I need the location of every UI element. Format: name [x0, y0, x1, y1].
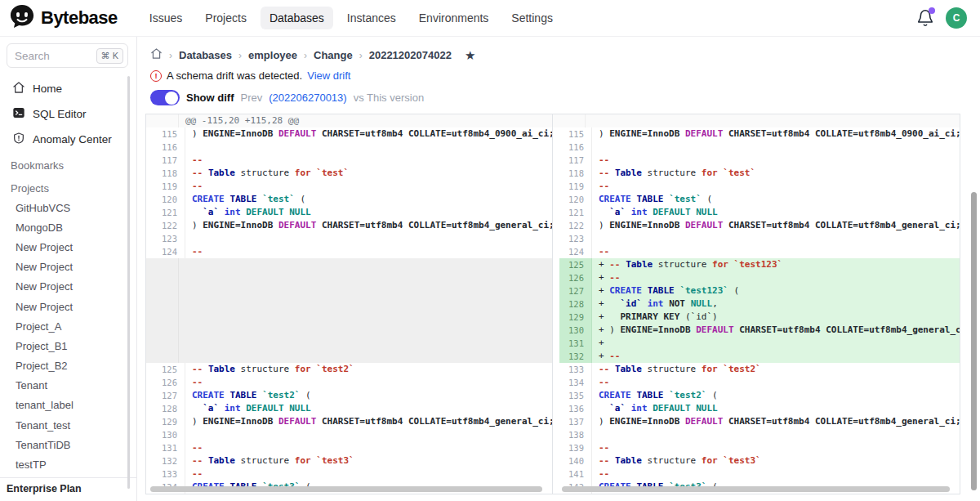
project-item[interactable]: New Project	[0, 257, 136, 277]
breadcrumb-home-icon[interactable]	[150, 47, 163, 63]
line-number: 120	[153, 193, 185, 206]
code-line: --	[185, 441, 552, 454]
vs-this-version-label: vs This version	[354, 92, 424, 104]
line-number: 128	[153, 402, 185, 415]
left-pane-horizontal-scrollbar[interactable]	[150, 486, 542, 492]
code-line: `a` int DEFAULT NULL	[592, 402, 960, 415]
diff-code-row: 129) ENGINE=InnoDB DEFAULT CHARSET=utf8m…	[146, 415, 552, 428]
code-line: --	[592, 154, 960, 167]
diff-added-row: 127+ CREATE TABLE `test123` (	[553, 284, 960, 297]
show-diff-toggle[interactable]	[150, 90, 180, 105]
diff-code-row: 124--	[146, 245, 552, 258]
search-box[interactable]: ⌘ K	[7, 43, 128, 68]
project-item[interactable]: Project_B1	[0, 336, 136, 356]
bytebase-logo[interactable]: Bytebase	[10, 4, 118, 32]
bookmark-star-icon[interactable]: ★	[465, 49, 475, 61]
sidebar-scrollbar[interactable]	[127, 76, 130, 489]
line-number	[553, 114, 586, 127]
search-shortcut-badge: ⌘ K	[96, 48, 123, 64]
line-number: 125	[559, 258, 592, 271]
line-number: 138	[559, 428, 592, 441]
code-line	[179, 311, 552, 324]
breadcrumb-item[interactable]: 20221202074022	[369, 49, 452, 61]
project-item[interactable]: MongoDB	[0, 217, 136, 237]
code-line	[179, 324, 552, 337]
project-item[interactable]: Tenant	[0, 376, 136, 396]
right-pane-horizontal-scrollbar[interactable]	[562, 486, 950, 492]
code-line: -- Table structure for `test`	[185, 167, 552, 180]
code-line	[179, 337, 552, 350]
user-avatar[interactable]: C	[946, 7, 967, 29]
diff-code-row: 119--	[553, 180, 960, 193]
sidebar-item-home[interactable]: Home	[0, 76, 136, 101]
project-item[interactable]: tenant_label	[0, 396, 136, 415]
plan-label: Enterprise Plan	[0, 477, 136, 501]
diff-added-row: 130+ ) ENGINE=InnoDB DEFAULT CHARSET=utf…	[553, 324, 960, 337]
line-number: 137	[559, 415, 592, 428]
topnav-environments[interactable]: Environments	[410, 7, 498, 29]
diff-hunk-header	[553, 114, 960, 127]
diff-code-row: 133-- Table structure for `test2`	[553, 363, 960, 376]
prev-version-link[interactable]: (202206270013)	[269, 92, 346, 104]
breadcrumb-item[interactable]: employee	[248, 49, 297, 61]
project-item[interactable]: New Project	[0, 237, 136, 257]
code-line: CREATE TABLE `test` (	[185, 193, 552, 206]
diff-code-row: 121 `a` int DEFAULT NULL	[146, 206, 552, 219]
diff-code-row: 128 `a` int DEFAULT NULL	[146, 402, 552, 415]
toggle-knob	[165, 92, 178, 105]
diff-code-row: 124--	[553, 245, 960, 258]
code-line	[185, 232, 552, 245]
code-line: CREATE TABLE `test` (	[592, 193, 960, 206]
diff-code-row: 138	[553, 428, 960, 441]
line-number: 119	[559, 180, 592, 193]
project-item[interactable]: TenantTiDB	[0, 435, 136, 454]
code-line: `a` int DEFAULT NULL	[185, 402, 552, 415]
topnav-databases[interactable]: Databases	[261, 7, 333, 29]
code-line: --	[592, 441, 960, 454]
schema-drift-banner: ! A schema drift was detected. View drif…	[145, 69, 960, 82]
project-item[interactable]: New Project	[0, 277, 136, 297]
code-line	[592, 428, 960, 441]
breadcrumb-item[interactable]: Databases	[179, 49, 232, 61]
line-number: 118	[153, 167, 185, 180]
page-vertical-scrollbar[interactable]	[971, 192, 977, 490]
project-item[interactable]: Project_B2	[0, 356, 136, 376]
diff-code-row: 120CREATE TABLE `test` (	[553, 193, 960, 206]
diff-code-row: 118-- Table structure for `test`	[146, 167, 552, 180]
project-item[interactable]: Tenant_test	[0, 415, 136, 435]
code-line	[179, 297, 552, 311]
topnav-issues[interactable]: Issues	[140, 7, 191, 29]
sidebar-item-anomaly-center[interactable]: Anomaly Center	[0, 127, 136, 152]
code-line	[179, 284, 552, 297]
breadcrumb: ›Databases›employee›Change›2022120207402…	[145, 47, 960, 62]
breadcrumb-item[interactable]: Change	[314, 49, 353, 61]
diff-code-row: 133--	[146, 467, 552, 481]
topnav-projects[interactable]: Projects	[196, 7, 256, 29]
diff-code-row: 115) ENGINE=InnoDB DEFAULT CHARSET=utf8m…	[553, 127, 960, 141]
topnav-instances[interactable]: Instances	[338, 7, 405, 29]
line-number: 121	[153, 206, 185, 219]
line-number	[146, 114, 179, 127]
diff-filler-row	[146, 311, 552, 324]
view-drift-link[interactable]: View drift	[307, 69, 350, 82]
home-icon	[12, 81, 25, 96]
breadcrumb-separator: ›	[304, 50, 307, 61]
code-line: + CREATE TABLE `test123` (	[592, 284, 960, 297]
code-line: + ) ENGINE=InnoDB DEFAULT CHARSET=utf8mb…	[592, 324, 960, 337]
project-item[interactable]: GitHubVCS	[0, 198, 136, 217]
search-input[interactable]	[15, 50, 85, 62]
notification-bell-icon[interactable]	[916, 9, 934, 27]
code-line: ) ENGINE=InnoDB DEFAULT CHARSET=utf8mb4 …	[185, 219, 552, 232]
diff-pane-current: 115) ENGINE=InnoDB DEFAULT CHARSET=utf8m…	[553, 114, 960, 494]
diff-filler-row	[146, 324, 552, 337]
code-line	[185, 428, 552, 441]
code-line: -- Table structure for `test3`	[185, 454, 552, 467]
project-item[interactable]: Project_A	[0, 316, 136, 336]
topnav-settings[interactable]: Settings	[502, 7, 562, 29]
project-item[interactable]: New Project	[0, 297, 136, 316]
project-item[interactable]: testTP	[0, 454, 136, 474]
diff-filler-row	[146, 350, 552, 363]
diff-code-row: 116	[146, 141, 552, 154]
code-line: --	[592, 376, 960, 389]
sidebar-item-sql-editor[interactable]: SQL Editor	[0, 101, 136, 127]
